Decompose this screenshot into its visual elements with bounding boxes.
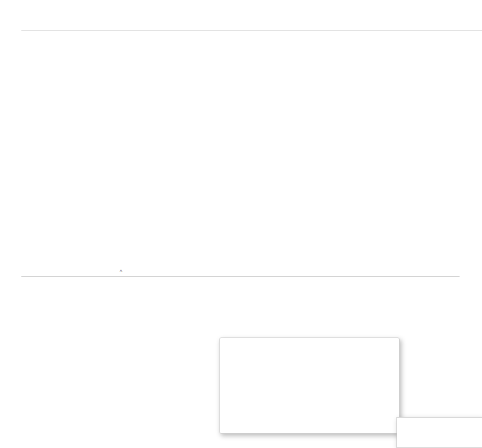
items-occurrences-table (21, 30, 482, 273)
sort-indicator-icon: ^ (120, 269, 122, 275)
context-submenu (397, 417, 482, 448)
context-menu (219, 337, 400, 434)
